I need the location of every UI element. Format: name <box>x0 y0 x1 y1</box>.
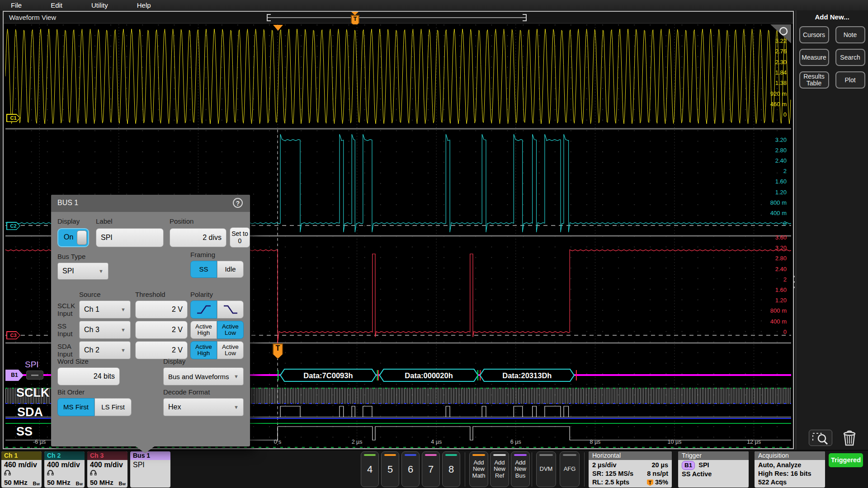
svg-text:2.30: 2.30 <box>775 59 787 66</box>
bw-limit-icon: BW <box>118 481 126 486</box>
threshold-col-label: Threshold <box>135 291 165 298</box>
ss-input-active-high[interactable]: ActiveHigh <box>190 321 217 339</box>
menu-help[interactable]: Help <box>131 1 157 9</box>
word-size-input[interactable]: 24 bits <box>57 367 120 385</box>
channel-card-ch-3[interactable]: Ch 3 400 m/div 50 MHz BW <box>87 451 127 488</box>
rising-edge-button[interactable] <box>190 300 217 319</box>
label-input[interactable]: SPI <box>96 228 164 247</box>
svg-text:10 µs: 10 µs <box>668 439 682 445</box>
afg-button[interactable]: AFG <box>560 451 580 487</box>
dialog-header[interactable]: BUS 1 ? <box>51 195 250 212</box>
svg-text:460 m: 460 m <box>770 101 787 108</box>
channel-6-button[interactable]: 6 <box>401 451 420 487</box>
bus-type-dropdown[interactable]: SPI▼ <box>57 263 108 280</box>
add-new-measure-button[interactable]: Measure <box>799 49 829 66</box>
svg-text:1.60: 1.60 <box>775 178 787 185</box>
source-col-label: Source <box>79 291 101 298</box>
display-on-toggle[interactable]: On <box>57 228 89 247</box>
sda-input-source-dropdown[interactable]: Ch 2▼ <box>79 341 131 359</box>
sda-input-active-low[interactable]: ActiveLow <box>217 341 244 359</box>
horizontal-value: 8 ns/pt <box>647 470 668 477</box>
overview-left-bracket <box>267 14 271 21</box>
bus-card-bus-1[interactable]: Bus 1 SPI <box>130 451 170 488</box>
falling-edge-button[interactable] <box>217 300 244 319</box>
display-mode-dropdown[interactable]: Bus and Waveforms▼ <box>163 367 244 385</box>
svg-text:3.60: 3.60 <box>775 234 787 241</box>
add-color-strip <box>472 454 485 456</box>
bit-order-ls-first[interactable]: LS First <box>94 398 132 416</box>
trigger-panel[interactable]: Trigger B1SPI SS Active <box>678 451 749 488</box>
add-new-results-table-button[interactable]: Results Table <box>799 71 829 89</box>
zoom-tool-button[interactable] <box>809 430 832 446</box>
channel-scale: 460 m/div <box>1 460 42 469</box>
acquisition-panel[interactable]: Acquisition Auto, AnalyzeHigh Res: 16 bi… <box>755 451 825 488</box>
sclk-row-label: SCLK <box>16 386 50 400</box>
add-new-search-button[interactable]: Search <box>835 49 865 66</box>
add-new-cursors-button[interactable]: Cursors <box>799 26 829 43</box>
waveform-view-titlebar: Waveform View T <box>4 12 793 23</box>
add-new-title: Add New... <box>796 13 868 21</box>
channel-scale: 400 m/div <box>87 460 127 469</box>
acquisition-value: High Res: 16 bits <box>758 469 821 478</box>
right-sidebar: Add New... CursorsNoteMeasureSearchResul… <box>796 10 868 450</box>
channel-number: 6 <box>408 464 413 475</box>
ss-input-source-dropdown[interactable]: Ch 3▼ <box>79 321 131 339</box>
dvm-button[interactable]: DVM <box>536 451 556 487</box>
display-label: Display <box>57 217 80 225</box>
svg-text:400 m: 400 m <box>770 318 787 325</box>
svg-text:0: 0 <box>783 220 787 227</box>
channel-card-title: Ch 1 <box>1 451 42 460</box>
bw-limit-icon: BW <box>33 481 40 486</box>
channel-bandwidth: 50 MHz <box>90 479 113 486</box>
svg-text:1.84: 1.84 <box>775 69 787 76</box>
menu-edit[interactable]: Edit <box>44 1 69 9</box>
probe-icon <box>47 469 54 475</box>
set-to-zero-button[interactable]: Set to 0 <box>230 227 250 248</box>
sclk-input-threshold-input[interactable]: 2 V <box>135 300 188 319</box>
channel-card-ch-1[interactable]: Ch 1 460 m/div 50 MHz BW <box>1 451 42 488</box>
panel-resize-grip[interactable] <box>793 276 795 292</box>
add-new-bus-button[interactable]: AddNewBus <box>511 451 530 487</box>
bit-order-ms-first[interactable]: MS First <box>57 398 94 416</box>
svg-text:0 s: 0 s <box>274 439 282 445</box>
add-new-math-button[interactable]: AddNewMath <box>469 451 488 487</box>
menu-utility[interactable]: Utility <box>85 1 114 9</box>
horizontal-panel[interactable]: Horizontal 2 µs/div20 µsSR: 125 MS/s8 ns… <box>589 451 672 488</box>
position-input[interactable]: 2 divs <box>170 228 226 247</box>
framing-ss[interactable]: SS <box>190 261 217 278</box>
channel-5-button[interactable]: 5 <box>381 451 399 487</box>
sclk-input-source-dropdown[interactable]: Ch 1▼ <box>79 300 131 319</box>
sda-input-threshold-input[interactable]: 2 V <box>135 341 188 359</box>
trash-icon[interactable] <box>841 429 858 447</box>
bus-drag-handle[interactable] <box>26 371 43 380</box>
svg-text:1.38: 1.38 <box>775 80 787 86</box>
channel-color-strip <box>425 454 437 456</box>
channel-card-ch-2[interactable]: Ch 2 400 m/div 50 MHz BW <box>44 451 85 488</box>
add-color-strip <box>493 454 506 456</box>
bus-spi-label: SPI <box>25 360 39 370</box>
channel-number: 8 <box>448 464 454 475</box>
rising-edge-icon <box>196 304 212 315</box>
add-new-plot-button[interactable]: Plot <box>835 71 865 89</box>
add-new-note-button[interactable]: Note <box>835 26 865 43</box>
trigger-position-marker-icon[interactable] <box>273 25 283 31</box>
sclk-input-label: SCLKInput <box>57 302 75 318</box>
framing-idle[interactable]: Idle <box>217 261 244 278</box>
sda-input-active-high[interactable]: ActiveHigh <box>190 341 217 359</box>
triggered-status-badge: Triggered <box>829 453 863 467</box>
channel-color-strip <box>445 454 457 456</box>
ss-input-threshold-input[interactable]: 2 V <box>135 321 188 339</box>
help-icon[interactable]: ? <box>233 198 243 208</box>
add-new-ref-button[interactable]: AddNewRef <box>490 451 509 487</box>
chevron-down-icon: ▼ <box>121 307 126 312</box>
svg-text:2: 2 <box>783 168 787 174</box>
menu-file[interactable]: File <box>5 1 28 9</box>
menu-bar: FileEditUtilityHelp <box>0 0 868 10</box>
channel-4-button[interactable]: 4 <box>361 451 379 487</box>
ss-input-active-low[interactable]: ActiveLow <box>217 321 244 339</box>
decode-format-dropdown[interactable]: Hex▼ <box>163 398 244 416</box>
channel-8-button[interactable]: 8 <box>442 451 460 487</box>
svg-text:2.40: 2.40 <box>775 157 787 164</box>
channel-7-button[interactable]: 7 <box>422 451 440 487</box>
polarity-col-label: Polarity <box>190 291 213 298</box>
